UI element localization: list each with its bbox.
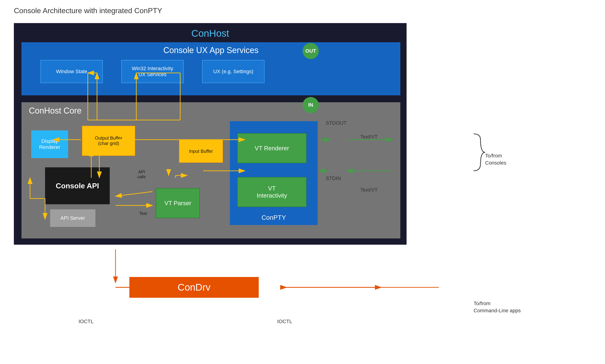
text-label: Text [139,211,147,216]
api-server-box: API Server [50,209,96,227]
ux-settings-box: UX (e.g. Settings) [202,60,265,83]
ux-services-label: Console UX App Services [22,45,400,55]
console-api-label: Console API [56,182,99,190]
text-vt-in-label: Text/VT [360,187,378,193]
win32-interactivity-label: Win32 InteractivityUX Services [132,65,173,78]
win32-interactivity-box: Win32 InteractivityUX Services [121,60,184,83]
input-buffer-label: Input Buffer [189,149,213,154]
in-circle-label: IN [308,102,313,108]
conpty-box: ConPTY VT Renderer VTInteractivity [230,121,318,225]
vt-parser-label: VT Parser [164,200,191,207]
window-state-box: Window State [40,60,103,83]
window-state-label: Window State [56,68,87,75]
page-title: Console Architecture with integrated Con… [14,6,162,15]
vt-renderer-label: VT Renderer [255,145,289,152]
out-circle-label: OUT [305,48,316,54]
condrv-box: ConDrv [129,277,259,298]
vt-interactivity-box: VTInteractivity [237,177,307,207]
stdout-label: STDOUT [326,120,347,126]
console-api-box: Console API [45,167,110,204]
output-buffer-box: Output Buffer(char grid) [82,126,135,156]
output-buffer-label: Output Buffer(char grid) [95,135,122,146]
conhost-label: ConHost [14,28,406,39]
vt-renderer-box: VT Renderer [237,133,307,163]
display-renderer-label: DisplayRenderer [39,138,60,150]
text-vt-out-label: Text/VT [360,134,378,140]
conhost-container: ConHost Console UX App Services Window S… [14,23,407,245]
conpty-label: ConPTY [230,214,317,221]
to-from-cmdline-label: To/fromCommand-Line apps [473,300,521,314]
display-renderer-box: DisplayRenderer [31,130,68,158]
input-buffer-box: Input Buffer [179,140,223,163]
ux-settings-label: UX (e.g. Settings) [213,68,253,75]
to-from-consoles-label: To/fromConsoles [485,152,506,167]
ux-services-box: Console UX App Services Window State Win… [22,42,400,95]
out-circle: OUT [303,43,319,59]
api-calls-label: APIcalls [137,170,146,179]
conhost-core-label: ConHost Core [29,106,81,116]
ioctl-left-label: IOCTL [79,319,94,325]
stdin-label: STDIN [326,175,341,182]
api-server-label: API Server [61,215,85,221]
in-circle: IN [303,97,319,113]
vt-interactivity-label: VTInteractivity [257,185,287,199]
condrv-label: ConDrv [178,282,210,293]
ioctl-right-label: IOCTL [277,319,292,325]
vt-parser-box: VT Parser [156,188,200,218]
